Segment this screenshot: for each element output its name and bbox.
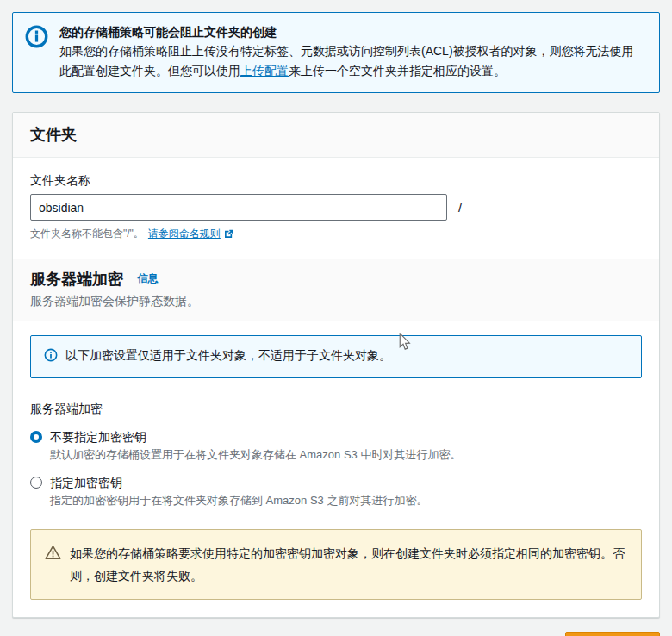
naming-rules-link[interactable]: 请参阅命名规则: [148, 227, 234, 241]
encryption-section-header: 服务器端加密 信息 服务器端加密会保护静态数据。: [13, 259, 659, 321]
folder-name-hint: 文件夹名称不能包含"/"。 请参阅命名规则: [30, 227, 642, 241]
banner-title: 您的存储桶策略可能会阻止文件夹的创建: [59, 22, 645, 41]
radio-no-key-description: 默认加密的存储桶设置用于在将文件夹对象存储在 Amazon S3 中时对其进行加…: [50, 447, 642, 463]
warning-text: 如果您的存储桶策略要求使用特定的加密密钥加密对象，则在创建文件夹时必须指定相同的…: [70, 542, 627, 587]
folder-section-title: 文件夹: [30, 124, 77, 145]
folder-name-suffix: /: [458, 200, 462, 215]
folder-name-label: 文件夹名称: [30, 171, 642, 189]
banner-content: 您的存储桶策略可能会阻止文件夹的创建 如果您的存储桶策略阻止上传没有特定标签、元…: [59, 22, 645, 81]
footer-actions: 取消 创建文件夹: [12, 632, 660, 636]
create-folder-card: 文件夹 文件夹名称 / 文件夹名称不能包含"/"。 请参阅命名规则 服务器端加密…: [12, 112, 660, 618]
bucket-policy-warning: 如果您的存储桶策略要求使用特定的加密密钥加密对象，则在创建文件夹时必须指定相同的…: [30, 529, 642, 600]
bucket-policy-info-banner: 您的存储桶策略可能会阻止文件夹的创建 如果您的存储桶策略阻止上传没有特定标签、元…: [12, 12, 660, 93]
radio-specify-key[interactable]: 指定加密密钥: [30, 474, 642, 491]
folder-name-section: 文件夹名称 / 文件夹名称不能包含"/"。 请参阅命名规则: [13, 158, 659, 259]
folder-name-input-row: /: [30, 194, 642, 221]
info-circle-icon: [44, 348, 58, 367]
radio-no-key[interactable]: 不要指定加密密钥: [30, 428, 642, 446]
radio-option-specify-key: 指定加密密钥 指定的加密密钥用于在将文件夹对象存储到 Amazon S3 之前对…: [30, 474, 642, 508]
encryption-scope-notice: 以下加密设置仅适用于文件夹对象，不适用于子文件夹对象。: [30, 335, 642, 378]
folder-name-input[interactable]: [30, 194, 447, 221]
warning-triangle-icon: [45, 545, 61, 564]
banner-text-after: 来上传一个空文件夹并指定相应的设置。: [289, 64, 506, 78]
info-circle-icon: [25, 25, 48, 81]
banner-body: 如果您的存储桶策略阻止上传没有特定标签、元数据或访问控制列表(ACL)被授权者的…: [59, 41, 645, 81]
encryption-group-label: 服务器端加密: [30, 400, 642, 417]
encryption-section-description: 服务器端加密会保护静态数据。: [30, 292, 642, 309]
radio-specify-key-label[interactable]: 指定加密密钥: [50, 474, 122, 491]
radio-specify-key-description: 指定的加密密钥用于在将文件夹对象存储到 Amazon S3 之前对其进行加密。: [50, 493, 642, 508]
naming-rules-link-label: 请参阅命名规则: [148, 227, 221, 241]
encryption-section-body: 以下加密设置仅适用于文件夹对象，不适用于子文件夹对象。 服务器端加密 不要指定加…: [13, 321, 659, 617]
radio-button-icon[interactable]: [30, 477, 42, 489]
create-folder-page: { "colors": { "accent_blue": "#0073bb", …: [0, 0, 672, 636]
hint-text: 文件夹名称不能包含"/"。: [30, 227, 144, 241]
radio-option-no-key: 不要指定加密密钥 默认加密的存储桶设置用于在将文件夹对象存储在 Amazon S…: [30, 428, 642, 463]
upload-config-link[interactable]: 上传配置: [240, 64, 289, 78]
notice-text: 以下加密设置仅适用于文件夹对象，不适用于子文件夹对象。: [65, 346, 391, 365]
create-folder-button[interactable]: 创建文件夹: [565, 632, 660, 636]
external-link-icon: [223, 228, 234, 240]
encryption-info-link[interactable]: 信息: [137, 272, 158, 284]
radio-no-key-label[interactable]: 不要指定加密密钥: [50, 428, 146, 446]
folder-section-header: 文件夹: [13, 113, 659, 158]
encryption-section-title: 服务器端加密: [30, 269, 123, 290]
radio-button-icon[interactable]: [30, 431, 42, 443]
